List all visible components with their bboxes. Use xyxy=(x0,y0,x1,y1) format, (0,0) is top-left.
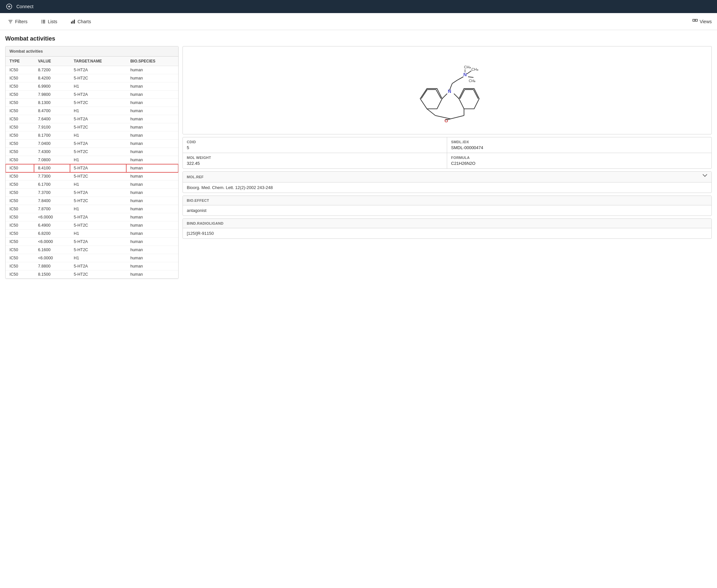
svg-marker-15 xyxy=(420,89,442,109)
svg-rect-12 xyxy=(74,20,75,24)
table-row[interactable]: IC508.1700H1human xyxy=(5,131,178,140)
lists-button[interactable]: Lists xyxy=(38,17,60,26)
col-species: BIO.SPECIES xyxy=(126,57,178,66)
table-row[interactable]: IC508.13005-HT2Chuman xyxy=(5,99,178,107)
table-row[interactable]: IC507.04005-HT2Ahuman xyxy=(5,140,178,148)
cell-8-3: human xyxy=(126,131,178,140)
app-icon xyxy=(5,3,13,10)
svg-line-27 xyxy=(435,115,450,119)
cell-13-2: 5-HT2C xyxy=(70,172,127,181)
svg-line-16 xyxy=(421,90,427,99)
table-row[interactable]: IC507.37005-HT2Ahuman xyxy=(5,189,178,197)
svg-rect-6 xyxy=(41,21,42,22)
cell-11-2: H1 xyxy=(70,156,127,164)
filters-button[interactable]: Filters xyxy=(5,17,30,26)
cell-10-3: human xyxy=(126,148,178,156)
cell-23-1: <6.0000 xyxy=(34,254,70,262)
table-row[interactable]: IC50<6.00005-HT2Ahuman xyxy=(5,238,178,246)
mol-ref-chevron-icon[interactable] xyxy=(702,174,708,180)
svg-rect-7 xyxy=(43,21,45,22)
svg-line-33 xyxy=(452,80,457,83)
cell-20-3: human xyxy=(126,230,178,238)
table-row[interactable]: IC506.9900H1human xyxy=(5,82,178,90)
cell-15-2: 5-HT2A xyxy=(70,189,127,197)
cell-9-2: 5-HT2A xyxy=(70,140,127,148)
svg-text:CH₃: CH₃ xyxy=(464,65,471,69)
cell-25-2: 5-HT2C xyxy=(70,270,127,279)
cell-24-0: IC50 xyxy=(5,262,34,270)
info-grid: CdId 5 SMDL.IDX SMDL-00000474 Mol Weight… xyxy=(183,137,712,169)
table-row[interactable]: IC506.8200H1human xyxy=(5,230,178,238)
table-row[interactable]: IC507.84005-HT2Chuman xyxy=(5,197,178,205)
views-icon xyxy=(693,19,698,24)
molecule-svg: N O N CH₃ CH₃ CH xyxy=(183,46,712,134)
svg-marker-19 xyxy=(459,89,479,109)
cell-5-2: H1 xyxy=(70,107,127,115)
cell-19-3: human xyxy=(126,222,178,230)
cell-8-1: 8.1700 xyxy=(34,131,70,140)
cell-14-2: H1 xyxy=(70,181,127,189)
charts-button[interactable]: Charts xyxy=(68,17,93,26)
cell-21-1: <6.0000 xyxy=(34,238,70,246)
svg-rect-5 xyxy=(43,20,45,21)
smdl-label: SMDL.IDX xyxy=(451,140,708,144)
cell-14-3: human xyxy=(126,181,178,189)
table-row[interactable]: IC507.8700H1human xyxy=(5,205,178,213)
svg-rect-4 xyxy=(41,20,42,21)
table-row[interactable]: IC507.64005-HT2Ahuman xyxy=(5,115,178,123)
cell-17-2: H1 xyxy=(70,205,127,213)
table-panel-header: Wombat activities xyxy=(5,46,178,57)
cell-9-3: human xyxy=(126,140,178,148)
cell-18-2: 5-HT2A xyxy=(70,213,127,222)
cell-8-0: IC50 xyxy=(5,131,34,140)
table-row[interactable]: IC506.49005-HT2Chuman xyxy=(5,222,178,230)
cell-16-0: IC50 xyxy=(5,197,34,205)
table-row[interactable]: IC508.72005-HT2Ahuman xyxy=(5,66,178,74)
cell-19-1: 6.4900 xyxy=(34,222,70,230)
filters-icon xyxy=(8,19,13,24)
table-row[interactable]: IC508.42005-HT2Chuman xyxy=(5,74,178,82)
cell-25-1: 8.1500 xyxy=(34,270,70,279)
table-row[interactable]: IC506.16005-HT2Chuman xyxy=(5,246,178,254)
cell-7-1: 7.9100 xyxy=(34,123,70,131)
table-row[interactable]: IC507.91005-HT2Chuman xyxy=(5,123,178,131)
table-row[interactable]: IC507.73005-HT2Chuman xyxy=(5,172,178,181)
data-table: TYPE VALUE TARGET.NAME BIO.SPECIES IC508… xyxy=(5,57,178,279)
cell-12-2: 5-HT2A xyxy=(70,164,127,172)
cell-22-3: human xyxy=(126,246,178,254)
table-row[interactable]: IC507.88005-HT2Ahuman xyxy=(5,262,178,270)
mol-ref-label: MOL.REF xyxy=(187,175,204,179)
cell-10-0: IC50 xyxy=(5,148,34,156)
table-row[interactable]: IC507.98005-HT2Ahuman xyxy=(5,90,178,99)
cell-12-0: IC50 xyxy=(5,164,34,172)
cell-11-1: 7.0800 xyxy=(34,156,70,164)
table-row[interactable]: IC508.4700H1human xyxy=(5,107,178,115)
svg-line-25 xyxy=(454,93,459,99)
cell-17-3: human xyxy=(126,205,178,213)
cell-12-1: 8.4100 xyxy=(34,164,70,172)
views-button[interactable]: Views xyxy=(693,19,712,24)
lists-icon xyxy=(41,19,46,24)
cell-11-3: human xyxy=(126,156,178,164)
col-value: VALUE xyxy=(34,57,70,66)
table-row[interactable]: IC507.43005-HT2Chuman xyxy=(5,148,178,156)
table-row[interactable]: IC507.0800H1human xyxy=(5,156,178,164)
table-row[interactable]: IC506.1700H1human xyxy=(5,181,178,189)
cell-0-1: 8.7200 xyxy=(34,66,70,74)
cell-12-3: human xyxy=(126,164,178,172)
mol-ref-header: MOL.REF xyxy=(183,172,712,183)
cell-13-0: IC50 xyxy=(5,172,34,181)
cell-5-0: IC50 xyxy=(5,107,34,115)
cell-21-3: human xyxy=(126,238,178,246)
bind-value: [125I]R-91150 xyxy=(183,228,712,238)
table-row[interactable]: IC50<6.0000H1human xyxy=(5,254,178,262)
charts-icon xyxy=(70,19,76,24)
cell-15-0: IC50 xyxy=(5,189,34,197)
cell-20-0: IC50 xyxy=(5,230,34,238)
filters-label: Filters xyxy=(15,19,27,24)
table-row[interactable]: IC508.41005-HT2Ahuman xyxy=(5,164,178,172)
cell-3-1: 7.9800 xyxy=(34,90,70,99)
table-row[interactable]: IC50<6.00005-HT2Ahuman xyxy=(5,213,178,222)
table-row[interactable]: IC508.15005-HT2Chuman xyxy=(5,270,178,279)
cell-0-0: IC50 xyxy=(5,66,34,74)
